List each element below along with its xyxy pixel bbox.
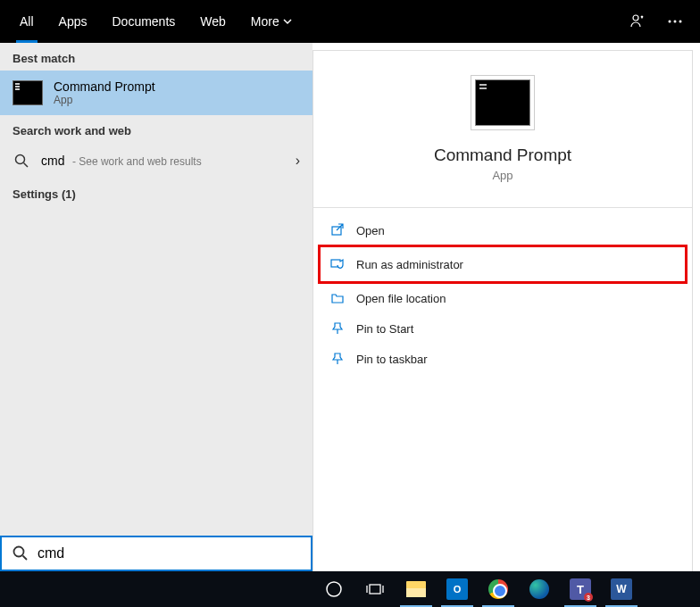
svg-point-0	[633, 15, 638, 21]
svg-point-4	[16, 155, 25, 164]
word-icon: W	[611, 578, 632, 600]
action-pin-to-start[interactable]: Pin to Start	[321, 313, 685, 344]
teams-badge: 3	[584, 593, 593, 602]
taskbar-word[interactable]: W	[602, 571, 641, 607]
svg-line-9	[23, 556, 28, 561]
tab-more-label: More	[251, 14, 279, 29]
search-filter-tabs: All Apps Documents Web More	[0, 0, 700, 43]
chevron-right-icon: ›	[296, 153, 300, 169]
preview-app-icon	[475, 79, 530, 126]
taskbar: O T3 W	[0, 571, 700, 607]
taskbar-task-view[interactable]	[355, 571, 395, 607]
tab-more[interactable]: More	[238, 0, 304, 43]
preview-panel: Command Prompt App Open Run as administr…	[312, 50, 693, 571]
command-prompt-icon	[12, 80, 43, 105]
svg-point-10	[327, 582, 341, 596]
search-icon	[12, 152, 30, 170]
action-open-location-label: Open file location	[356, 292, 446, 305]
action-open-file-location[interactable]: Open file location	[321, 283, 685, 313]
cortana-icon	[323, 578, 345, 600]
tab-documents[interactable]: Documents	[99, 0, 188, 43]
result-command-prompt[interactable]: Command Prompt App	[0, 71, 312, 115]
svg-point-3	[679, 21, 682, 23]
action-run-admin-label: Run as administrator	[356, 258, 463, 271]
taskbar-chrome[interactable]	[479, 571, 518, 607]
outlook-icon: O	[446, 578, 468, 600]
result-title: Command Prompt	[54, 79, 300, 94]
result-web-search[interactable]: cmd - See work and web results ›	[0, 143, 312, 179]
open-icon	[329, 222, 346, 238]
admin-shield-icon	[329, 256, 346, 272]
tab-all[interactable]: All	[7, 0, 46, 43]
action-run-as-administrator[interactable]: Run as administrator	[319, 245, 687, 283]
svg-rect-6	[332, 227, 341, 235]
web-search-hint: - See work and web results	[72, 155, 202, 168]
action-pin-start-label: Pin to Start	[356, 322, 413, 336]
more-options-icon[interactable]	[657, 0, 693, 43]
preview-actions: Open Run as administrator Open file loca…	[313, 207, 692, 381]
result-subtitle: App	[54, 94, 300, 106]
tab-all-label: All	[20, 14, 34, 29]
search-box[interactable]	[0, 536, 312, 571]
preview-subtitle: App	[492, 169, 512, 182]
action-pin-taskbar-label: Pin to taskbar	[356, 353, 428, 366]
svg-point-1	[669, 21, 671, 23]
section-best-match: Best match	[0, 43, 312, 71]
section-search-work-web: Search work and web	[0, 115, 312, 143]
search-icon	[12, 545, 29, 561]
file-explorer-icon	[405, 578, 427, 600]
edge-icon	[529, 578, 550, 600]
action-pin-to-taskbar[interactable]: Pin to taskbar	[321, 344, 685, 374]
taskbar-cortana[interactable]	[314, 571, 354, 607]
svg-point-2	[674, 21, 677, 23]
action-open[interactable]: Open	[321, 215, 685, 245]
chevron-down-icon	[283, 17, 292, 26]
svg-point-8	[14, 547, 24, 557]
svg-rect-11	[370, 585, 380, 594]
preview-title: Command Prompt	[434, 146, 571, 165]
results-panel: Best match Command Prompt App Search wor…	[0, 43, 312, 571]
folder-location-icon	[329, 290, 346, 306]
taskbar-edge[interactable]	[520, 571, 559, 607]
pin-start-icon	[329, 320, 346, 337]
tab-apps-label: Apps	[59, 14, 88, 29]
taskbar-teams[interactable]: T3	[561, 571, 600, 607]
tab-apps[interactable]: Apps	[46, 0, 100, 43]
task-view-icon	[364, 578, 386, 600]
tab-web-label: Web	[200, 14, 226, 29]
chrome-icon	[488, 578, 509, 600]
feedback-icon[interactable]	[618, 0, 657, 43]
taskbar-file-explorer[interactable]	[396, 571, 436, 607]
web-search-query: cmd	[41, 154, 64, 168]
action-open-label: Open	[356, 224, 385, 237]
tab-documents-label: Documents	[112, 14, 175, 29]
svg-line-5	[24, 163, 29, 168]
taskbar-outlook[interactable]: O	[438, 571, 477, 607]
pin-taskbar-icon	[329, 351, 346, 367]
teams-icon: T3	[570, 578, 591, 600]
section-settings[interactable]: Settings (1)	[0, 179, 312, 206]
search-input[interactable]	[38, 545, 300, 561]
tab-web[interactable]: Web	[188, 0, 238, 43]
